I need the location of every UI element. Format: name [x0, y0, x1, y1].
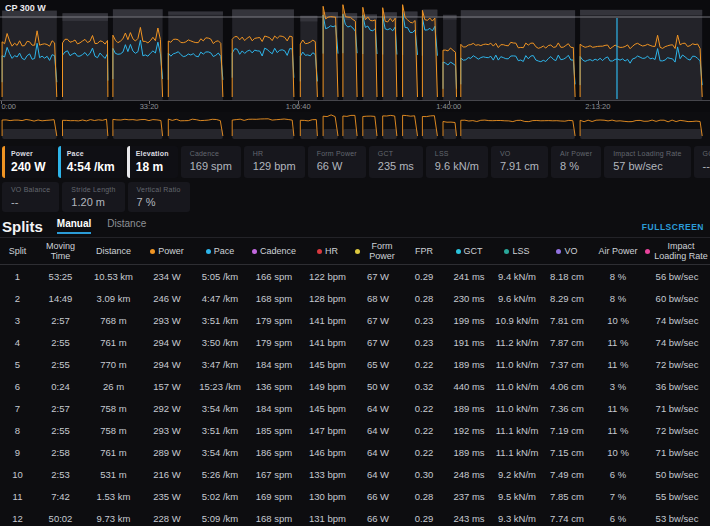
- cell-gct: 189 ms: [446, 359, 492, 370]
- metric-impact-loading-rate[interactable]: Impact Loading Rate57 bw/sec: [604, 146, 690, 178]
- cell-vo: 7.85 cm: [542, 491, 592, 502]
- cell-gct: 192 ms: [446, 425, 492, 436]
- cell-lss: 10.9 kN/m: [492, 315, 542, 326]
- series-dot-lss: [504, 249, 509, 254]
- cell-power: 216 W: [141, 469, 193, 480]
- metric-gct-balance[interactable]: GCT Balance--: [694, 146, 710, 178]
- cell-pace: 3:51 /km: [193, 315, 247, 326]
- cell-moving-time: 2:53: [35, 469, 86, 480]
- cell-impact-loading-rate: 71 bw/sec: [644, 447, 710, 458]
- cell-cadence: 136 spm: [247, 381, 301, 392]
- metric-value: 9.6 kN/m: [435, 160, 479, 172]
- cell-impact-loading-rate: 72 bw/sec: [644, 425, 710, 436]
- column-header-vo: VO: [542, 244, 592, 258]
- metric-lss[interactable]: LSS9.6 kN/m: [426, 146, 488, 178]
- column-header-lss: LSS: [492, 244, 542, 258]
- series-dot-impact-loading-rate: [645, 249, 650, 254]
- split-row-6[interactable]: 60:2426 m157 W15:23 /km136 spm149 bpm50 …: [0, 375, 710, 397]
- cell-fpr: 0.22: [402, 403, 446, 414]
- tab-distance[interactable]: Distance: [107, 219, 146, 234]
- cell-distance: 761 m: [86, 337, 141, 348]
- cell-impact-loading-rate: 50 bw/sec: [644, 469, 710, 480]
- cell-form-power: 64 W: [354, 447, 402, 458]
- metric-gct[interactable]: GCT235 ms: [369, 146, 423, 178]
- split-row-5[interactable]: 52:55770 m294 W3:47 /km184 spm145 bpm65 …: [0, 353, 710, 375]
- tab-manual[interactable]: Manual: [57, 219, 91, 234]
- cell-distance: 761 m: [86, 447, 141, 458]
- main-power-chart[interactable]: CP 300 W: [0, 0, 710, 100]
- fullscreen-button[interactable]: FULLSCREEN: [642, 222, 704, 232]
- metric-hr[interactable]: HR129 bpm: [244, 146, 305, 178]
- metric-elevation[interactable]: Elevation18 m: [127, 146, 178, 178]
- cell-impact-loading-rate: 53 bw/sec: [644, 513, 710, 524]
- split-row-3[interactable]: 32:57768 m293 W3:51 /km179 spm141 bpm67 …: [0, 309, 710, 331]
- split-row-9[interactable]: 92:58761 m289 W3:54 /km186 spm146 bpm64 …: [0, 441, 710, 463]
- metric-label: Form Power: [317, 150, 357, 157]
- metric-value: 7 %: [137, 196, 181, 208]
- cell-air-power: 7 %: [592, 491, 644, 502]
- metric-form-power[interactable]: Form Power66 W: [308, 146, 366, 178]
- metric-value: --: [11, 196, 50, 208]
- metric-pace[interactable]: Pace4:54 /km: [58, 146, 124, 178]
- cell-power: 234 W: [141, 271, 193, 282]
- metric-vo[interactable]: VO7.91 cm: [491, 146, 548, 178]
- metric-air-power[interactable]: Air Power8 %: [551, 146, 601, 178]
- cell-moving-time: 53:25: [35, 271, 86, 282]
- chart-minimap[interactable]: [0, 112, 710, 142]
- cell-power: 292 W: [141, 403, 193, 414]
- split-row-7[interactable]: 72:57758 m292 W3:54 /km184 spm145 bpm64 …: [0, 397, 710, 419]
- cell-power: 293 W: [141, 315, 193, 326]
- cell-split: 10: [0, 469, 35, 480]
- split-row-4[interactable]: 42:55761 m294 W3:50 /km179 spm141 bpm67 …: [0, 331, 710, 353]
- cell-air-power: 10 %: [592, 315, 644, 326]
- split-row-8[interactable]: 82:55758 m293 W3:51 /km185 spm147 bpm64 …: [0, 419, 710, 441]
- cell-pace: 5:09 /km: [193, 513, 247, 524]
- cell-distance: 10.53 km: [86, 271, 141, 282]
- cell-hr: 147 bpm: [301, 425, 354, 436]
- metrics-row-primary: Power240 WPace4:54 /kmElevation18 mCaden…: [0, 146, 710, 178]
- cell-split: 11: [0, 491, 35, 502]
- cell-gct: 191 ms: [446, 337, 492, 348]
- cell-fpr: 0.23: [402, 337, 446, 348]
- cell-distance: 9.73 km: [86, 513, 141, 524]
- cell-vo: 7.81 cm: [542, 315, 592, 326]
- cell-moving-time: 2:55: [35, 359, 86, 370]
- column-label: Distance: [96, 246, 131, 256]
- metric-stride-length[interactable]: Stride Length1.20 m: [62, 182, 124, 212]
- cell-lss: 11.1 kN/m: [492, 447, 542, 458]
- cell-air-power: 11 %: [592, 425, 644, 436]
- cell-power: 157 W: [141, 381, 193, 392]
- metric-power[interactable]: Power240 W: [2, 146, 55, 178]
- cell-vo: 7.87 cm: [542, 337, 592, 348]
- cell-power: 294 W: [141, 359, 193, 370]
- cell-gct: 248 ms: [446, 469, 492, 480]
- cell-lss: 9.6 kN/m: [492, 293, 542, 304]
- cell-moving-time: 50:02: [35, 513, 86, 524]
- cell-distance: 1.53 km: [86, 491, 141, 502]
- split-row-2[interactable]: 214:493.09 km246 W4:47 /km168 spm128 bpm…: [0, 287, 710, 309]
- cell-vo: 7.74 cm: [542, 513, 592, 524]
- cell-cadence: 166 spm: [247, 271, 301, 282]
- cell-cadence: 185 spm: [247, 425, 301, 436]
- column-label: Pace: [214, 246, 235, 256]
- cell-vo: 4.06 cm: [542, 381, 592, 392]
- metric-label: Elevation: [136, 150, 169, 157]
- cell-pace: 5:02 /km: [193, 491, 247, 502]
- metric-cadence[interactable]: Cadence169 spm: [181, 146, 241, 178]
- cell-split: 6: [0, 381, 35, 392]
- metric-vertical-ratio[interactable]: Vertical Ratio7 %: [128, 182, 190, 212]
- metric-label: Stride Length: [71, 186, 115, 193]
- cell-split: 12: [0, 513, 35, 524]
- split-row-11[interactable]: 117:421.53 km235 W5:02 /km169 spm130 bpm…: [0, 485, 710, 507]
- cell-fpr: 0.28: [402, 293, 446, 304]
- split-row-10[interactable]: 102:53531 m216 W5:26 /km167 spm133 bpm64…: [0, 463, 710, 485]
- cell-cadence: 184 spm: [247, 403, 301, 414]
- split-row-1[interactable]: 153:2510.53 km234 W5:05 /km166 spm122 bp…: [0, 265, 710, 287]
- cell-pace: 15:23 /km: [193, 381, 247, 392]
- series-dot-power: [150, 249, 155, 254]
- split-row-12[interactable]: 1250:029.73 km228 W5:09 /km168 spm131 bp…: [0, 507, 710, 526]
- metric-vo-balance[interactable]: VO Balance--: [2, 182, 59, 212]
- cell-cadence: 167 spm: [247, 469, 301, 480]
- column-header-pace: Pace: [193, 244, 247, 258]
- cell-hr: 122 bpm: [301, 271, 354, 282]
